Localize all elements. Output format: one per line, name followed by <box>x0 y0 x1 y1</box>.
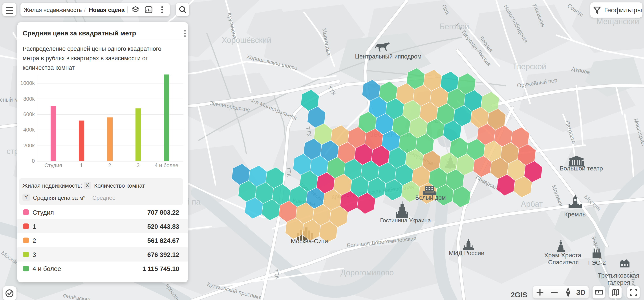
svg-text:800k: 800k <box>23 96 35 102</box>
svg-text:Новая сцена: Новая сцена <box>89 6 125 13</box>
svg-text:галерея: галерея <box>608 279 630 286</box>
svg-text:3D: 3D <box>576 288 586 296</box>
svg-text:/: / <box>84 6 86 13</box>
svg-text:сный м: сный м <box>0 96 18 103</box>
svg-text:Москва-Сити: Москва-Сити <box>291 238 328 244</box>
svg-text:Студия: Студия <box>44 162 62 168</box>
svg-text:Кремль: Кремль <box>564 211 586 218</box>
svg-text:Мещанский: Мещанский <box>596 17 639 26</box>
svg-text:600k: 600k <box>23 111 35 117</box>
svg-text:МИД России: МИД России <box>449 250 484 256</box>
svg-text:Арбат: Арбат <box>521 200 543 208</box>
svg-text:4 и более: 4 и более <box>154 162 178 168</box>
svg-text:Беговой: Беговой <box>440 22 469 31</box>
svg-text:Жилая недвижимость: Жилая недвижимость <box>24 6 82 13</box>
svg-text:ТТК: ТТК <box>285 166 292 177</box>
svg-text:1000k: 1000k <box>20 80 35 86</box>
svg-text:1: 1 <box>80 162 83 168</box>
svg-text:0: 0 <box>32 158 35 164</box>
svg-text:Гостиница Украина: Гостиница Украина <box>380 217 431 224</box>
svg-text:Геофильтры: Геофильтры <box>604 6 642 14</box>
svg-text:Хорошёвский: Хорошёвский <box>222 36 271 45</box>
svg-text:Белый дом: Белый дом <box>415 194 446 201</box>
svg-text:Большой театр: Большой театр <box>560 165 603 172</box>
svg-text:200k: 200k <box>23 142 35 148</box>
svg-text:Тверской: Тверской <box>512 62 546 71</box>
svg-text:2: 2 <box>108 162 111 168</box>
svg-text:ГЭС-2: ГЭС-2 <box>588 259 606 266</box>
svg-text:3: 3 <box>136 162 140 168</box>
svg-text:Спасителя: Спасителя <box>548 259 579 266</box>
svg-text:400k: 400k <box>23 127 35 132</box>
svg-text:Храм Христа: Храм Христа <box>544 252 581 259</box>
svg-text:Центральный ипподром: Центральный ипподром <box>355 53 422 60</box>
svg-text:Третьяковская: Третьяковская <box>598 272 640 279</box>
svg-text:Дорогомилово: Дорогомилово <box>340 268 394 277</box>
